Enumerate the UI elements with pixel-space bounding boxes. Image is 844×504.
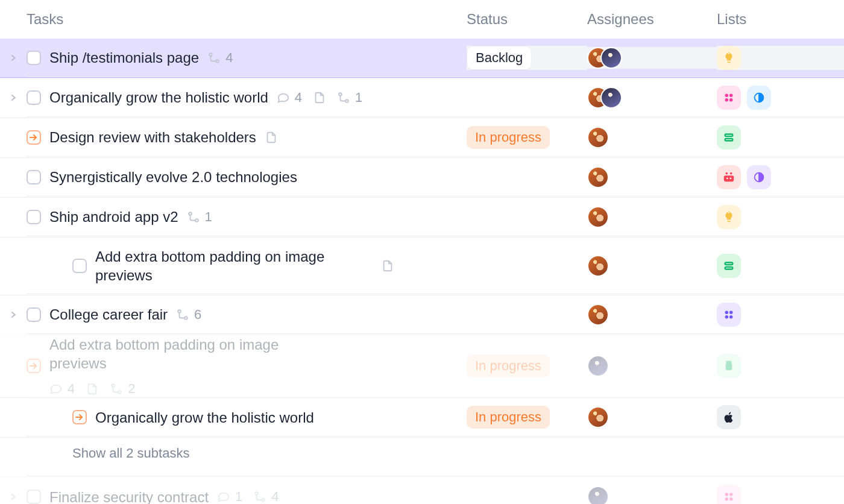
svg-point-26	[729, 315, 733, 319]
avatar[interactable]	[587, 166, 609, 188]
doc-icon[interactable]	[86, 382, 99, 395]
svg-rect-20	[725, 267, 733, 269]
header-status[interactable]: Status	[467, 11, 587, 28]
header-assignees[interactable]: Assignees	[587, 11, 717, 28]
svg-point-24	[729, 311, 733, 315]
task-checkbox[interactable]	[27, 490, 41, 504]
task-title[interactable]: Organically grow the holistic world	[49, 88, 268, 107]
show-all-subtasks-row: Show all 2 subtasks	[0, 437, 844, 477]
comments-count[interactable]: 1	[217, 489, 242, 504]
task-row[interactable]: College career fair6	[0, 295, 844, 335]
list-chip-dots-violet[interactable]	[717, 303, 741, 327]
status-arrow-checkbox[interactable]	[27, 359, 41, 373]
subtasks-count[interactable]: 6	[176, 307, 201, 323]
svg-point-35	[725, 497, 729, 501]
avatar-stack[interactable]	[587, 355, 609, 377]
list-chip-bulb[interactable]	[717, 205, 741, 229]
task-checkbox[interactable]	[27, 51, 41, 65]
status-badge[interactable]: In progress	[467, 406, 550, 429]
svg-point-14	[726, 177, 728, 179]
avatar-stack[interactable]	[587, 406, 609, 428]
avatar-stack[interactable]	[587, 87, 622, 109]
subtasks-count[interactable]: 1	[187, 209, 212, 225]
subtasks-count[interactable]: 4	[207, 50, 233, 66]
list-chip-dots-pink[interactable]	[717, 86, 741, 110]
task-title[interactable]: Synergistically evolve 2.0 technologies	[49, 168, 297, 186]
lists-cell	[717, 165, 844, 189]
assignees-cell	[587, 166, 717, 188]
avatar[interactable]	[587, 304, 609, 326]
task-title[interactable]: Ship /testimonials page	[49, 48, 199, 67]
status-cell: In progress	[467, 406, 587, 429]
expand-toggle[interactable]	[0, 493, 27, 501]
svg-point-15	[729, 177, 731, 179]
status-arrow-checkbox[interactable]	[27, 130, 41, 145]
svg-rect-11	[725, 139, 733, 141]
task-checkbox[interactable]	[27, 307, 41, 322]
task-row[interactable]: Add extra bottom padding on image previe…	[0, 237, 844, 295]
expand-toggle[interactable]	[0, 310, 27, 319]
task-row[interactable]: Design review with stakeholdersIn progre…	[0, 118, 844, 157]
task-checkbox[interactable]	[27, 90, 41, 105]
avatar[interactable]	[587, 127, 609, 148]
task-row[interactable]: Organically grow the holistic worldIn pr…	[0, 397, 844, 437]
task-row[interactable]: Ship android app v21	[0, 197, 844, 237]
avatar[interactable]	[587, 255, 609, 277]
status-arrow-checkbox[interactable]	[72, 410, 87, 424]
task-title[interactable]: Ship android app v2	[49, 207, 178, 226]
list-chip-dots-pink[interactable]	[717, 485, 741, 504]
task-title[interactable]: Organically grow the holistic world	[95, 408, 314, 427]
task-row[interactable]: Synergistically evolve 2.0 technologies	[0, 157, 844, 197]
subtasks-count[interactable]: 2	[110, 381, 135, 397]
doc-icon[interactable]	[381, 259, 394, 272]
show-all-subtasks[interactable]: Show all 2 subtasks	[72, 438, 189, 476]
list-chip-contrast-purple[interactable]	[747, 165, 771, 189]
task-title[interactable]: Add extra bottom padding on image previe…	[49, 335, 327, 373]
task-row[interactable]: Organically grow the holistic world41	[0, 78, 844, 118]
avatar[interactable]	[587, 355, 609, 377]
task-title[interactable]: College career fair	[49, 305, 168, 324]
avatar[interactable]	[600, 47, 622, 69]
task-checkbox[interactable]	[27, 170, 41, 184]
list-chip-apple[interactable]	[717, 405, 741, 429]
doc-icon[interactable]	[313, 91, 326, 104]
task-row[interactable]: Ship /testimonials page4Backlog	[0, 39, 844, 78]
header-tasks[interactable]: Tasks	[27, 11, 467, 28]
avatar[interactable]	[600, 87, 622, 109]
status-badge[interactable]: In progress	[467, 126, 550, 149]
comments-count[interactable]: 4	[49, 381, 75, 397]
avatar-stack[interactable]	[587, 304, 609, 326]
avatar-stack[interactable]	[587, 486, 609, 504]
avatar-stack[interactable]	[587, 255, 609, 277]
status-badge[interactable]: Backlog	[467, 46, 532, 70]
task-title[interactable]: Add extra bottom padding on image previe…	[95, 247, 373, 285]
avatar-stack[interactable]	[587, 47, 622, 69]
avatar-stack[interactable]	[587, 127, 609, 148]
task-row[interactable]: Finalize security contract14	[0, 477, 844, 504]
task-checkbox[interactable]	[27, 210, 41, 224]
avatar[interactable]	[587, 406, 609, 428]
list-chip-rows-green[interactable]	[717, 125, 741, 150]
task-title[interactable]: Finalize security contract	[49, 488, 209, 504]
task-title[interactable]: Design review with stakeholders	[49, 128, 256, 146]
expand-toggle[interactable]	[0, 93, 27, 102]
avatar-stack[interactable]	[587, 206, 609, 228]
list-chip-contrast-blue[interactable]	[747, 86, 771, 110]
subtasks-count[interactable]: 1	[337, 90, 362, 106]
list-chip-bulb[interactable]	[717, 46, 741, 70]
assignees-cell	[587, 355, 717, 377]
avatar[interactable]	[587, 206, 609, 228]
list-chip-rows-green[interactable]	[717, 254, 741, 278]
list-chip-robot-red[interactable]	[717, 165, 741, 189]
status-badge[interactable]: In progress	[467, 354, 550, 377]
task-row[interactable]: Add extra bottom padding on image previe…	[0, 335, 844, 397]
list-chip-android-green[interactable]	[717, 354, 741, 378]
avatar-stack[interactable]	[587, 166, 609, 188]
doc-icon[interactable]	[265, 131, 278, 144]
expand-toggle[interactable]	[0, 54, 27, 62]
comments-count[interactable]: 4	[277, 90, 302, 106]
header-lists[interactable]: Lists	[717, 11, 844, 28]
task-checkbox[interactable]	[72, 259, 87, 273]
avatar[interactable]	[587, 486, 609, 504]
subtasks-count[interactable]: 4	[253, 489, 279, 504]
